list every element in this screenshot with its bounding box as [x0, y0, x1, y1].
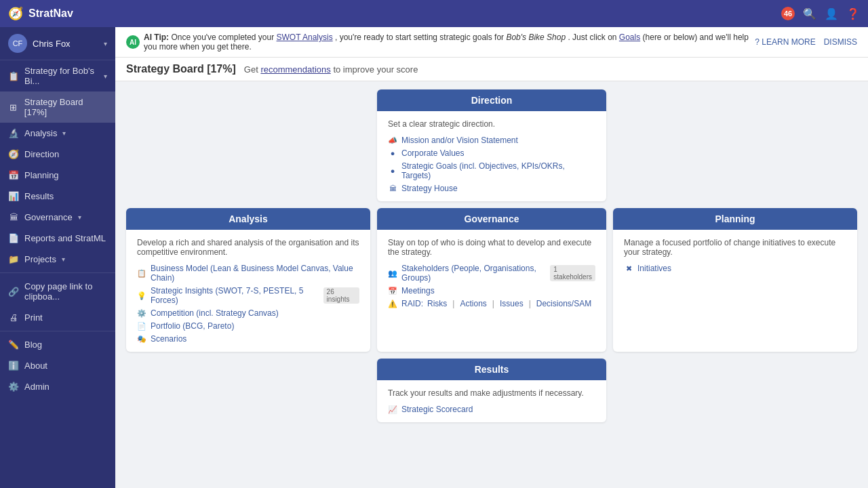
board-content: Direction Set a clear strategic directio…	[115, 81, 868, 488]
sidebar-item-label: Strategy Board [17%]	[24, 97, 107, 117]
business-model-link[interactable]: 📋 Business Model (Lean & Business Model …	[137, 264, 359, 283]
results-card-links: 📈 Strategic Scorecard	[388, 405, 595, 414]
sidebar-item-governance[interactable]: 🏛 Governance ▾	[0, 207, 115, 228]
scorecard-icon: 📈	[388, 405, 397, 414]
sidebar-divider	[0, 272, 115, 273]
get-text: Get	[244, 64, 258, 75]
ai-tip-before: Once you've completed your	[171, 33, 274, 42]
navbar-left: 🧭 StratNav	[8, 6, 73, 21]
strategy-board-grid: Direction Set a clear strategic directio…	[126, 89, 857, 422]
learn-more-link[interactable]: ? LEARN MORE	[755, 37, 815, 47]
chevron-down-icon: ▾	[62, 129, 66, 137]
sidebar-item-strategy-board[interactable]: ⊞ Strategy Board [17%]	[0, 92, 115, 123]
dot-icon: ●	[388, 149, 397, 157]
results-card-body: Track your results and make adjustments …	[377, 380, 606, 422]
planning-card-body: Manage a focused portfolio of change ini…	[613, 230, 857, 281]
sidebar-item-direction[interactable]: 🧭 Direction	[0, 144, 115, 165]
sidebar-item-label: Reports and StratML	[24, 233, 106, 243]
recommendations-link[interactable]: recommendations	[260, 64, 330, 75]
governance-icon: 🏛	[8, 212, 19, 222]
initiatives-link[interactable]: ✖ Initiatives	[624, 264, 846, 273]
meetings-link[interactable]: 📅 Meetings	[388, 286, 595, 296]
results-card: Results Track your results and make adju…	[377, 359, 606, 422]
analysis-card-links: 📋 Business Model (Lean & Business Model …	[137, 264, 359, 344]
about-icon: ℹ️	[8, 361, 19, 371]
governance-card-links: 👥 Stakeholders (People, Organisations, G…	[388, 264, 595, 308]
sidebar-item-strategy[interactable]: 📋 Strategy for Bob's Bi... ▾	[0, 60, 115, 92]
top-navbar: 🧭 StratNav 46 🔍 👤 ❓	[0, 0, 868, 27]
sidebar-item-label: Governance	[24, 212, 73, 222]
sidebar-item-blog[interactable]: ✏️ Blog	[0, 334, 115, 355]
sidebar-item-label: Blog	[24, 340, 42, 350]
competition-icon: ⚙️	[137, 309, 146, 318]
sidebar-item-label: Strategy for Bob's Bi...	[24, 66, 98, 86]
planning-card-links: ✖ Initiatives	[624, 264, 846, 273]
avatar: CF	[8, 34, 27, 53]
user-icon[interactable]: 👤	[825, 7, 838, 20]
sidebar-item-label: Analysis	[24, 128, 57, 138]
direction-card-subtitle: Set a clear strategic direction.	[388, 119, 595, 129]
sidebar-user[interactable]: CF Chris Fox ▾	[0, 27, 115, 60]
governance-card: Governance Stay on top of who is doing w…	[377, 208, 606, 352]
help-icon[interactable]: ❓	[846, 7, 860, 20]
direction-card-header: Direction	[377, 89, 606, 111]
stakeholders-link[interactable]: 👥 Stakeholders (People, Organisations, G…	[388, 264, 595, 283]
sidebar-item-copy-link[interactable]: 🔗 Copy page link to clipboa...	[0, 276, 115, 307]
dismiss-link[interactable]: DISMISS	[824, 37, 857, 47]
chevron-down-icon: ▾	[78, 214, 81, 221]
goals-link[interactable]: Goals	[619, 33, 640, 42]
mission-vision-link[interactable]: 📣 Mission and/or Vision Statement	[388, 136, 595, 145]
strategic-goals-link[interactable]: ● Strategic Goals (incl. Objectives, KPI…	[388, 161, 595, 180]
competition-link[interactable]: ⚙️ Competition (incl. Strategy Canvas)	[137, 308, 359, 318]
meetings-icon: 📅	[388, 287, 397, 296]
raid-link[interactable]: ⚠️ RAID: Risks | Actions | Issues | Deci…	[388, 299, 595, 308]
score-text: Get recommendations to improve your scor…	[244, 64, 418, 75]
scenarios-link[interactable]: 🎭 Scenarios	[137, 334, 359, 344]
results-card-header: Results	[377, 359, 606, 380]
navbar-right: 46 🔍 👤 ❓	[781, 7, 860, 20]
initiatives-icon: ✖	[624, 264, 633, 273]
ai-tip-bar: AI AI Tip: Once you've completed your SW…	[115, 27, 868, 58]
insights-badge: 26 insights	[323, 287, 359, 304]
portfolio-icon: 📄	[137, 322, 146, 331]
sidebar-item-reports[interactable]: 📄 Reports and StratML	[0, 228, 115, 249]
sidebar-item-projects[interactable]: 📁 Projects ▾	[0, 249, 115, 270]
sidebar-item-label: Projects	[24, 254, 56, 264]
chevron-down-icon: ▾	[104, 73, 107, 80]
planning-icon: 📅	[8, 170, 19, 180]
analysis-icon: 🔬	[8, 128, 19, 138]
chevron-down-icon: ▾	[104, 40, 107, 47]
search-icon[interactable]: 🔍	[803, 7, 816, 20]
sidebar-item-about[interactable]: ℹ️ About	[0, 355, 115, 376]
sidebar-item-results[interactable]: 📊 Results	[0, 186, 115, 207]
strategy-icon: 📋	[8, 71, 19, 81]
sidebar-item-planning[interactable]: 📅 Planning	[0, 165, 115, 186]
sidebar: CF Chris Fox ▾ 📋 Strategy for Bob's Bi..…	[0, 27, 115, 488]
direction-card: Direction Set a clear strategic directio…	[377, 89, 606, 201]
insight-icon: 💡	[137, 291, 146, 300]
strategic-insights-link[interactable]: 💡 Strategic Insights (SWOT, 7-S, PESTEL,…	[137, 286, 359, 305]
sidebar-item-analysis[interactable]: 🔬 Analysis ▾	[0, 123, 115, 144]
company-name: Bob's Bike Shop	[506, 33, 566, 42]
analysis-card-subtitle: Develop a rich and shared analysis of th…	[137, 238, 359, 257]
strategy-house-link[interactable]: 🏛 Strategy House	[388, 184, 595, 193]
results-card-subtitle: Track your results and make adjustments …	[388, 388, 595, 398]
swot-analysis-link[interactable]: SWOT Analysis	[277, 33, 333, 42]
print-icon: 🖨	[8, 312, 19, 323]
sidebar-item-admin[interactable]: ⚙️ Admin	[0, 376, 115, 397]
chevron-down-icon: ▾	[62, 256, 65, 263]
portfolio-link[interactable]: 📄 Portfolio (BCG, Pareto)	[137, 321, 359, 331]
sidebar-item-print[interactable]: 🖨 Print	[0, 307, 115, 328]
stakeholders-icon: 👥	[388, 269, 397, 278]
corporate-values-link[interactable]: ● Corporate Values	[388, 148, 595, 158]
governance-card-header: Governance	[377, 208, 606, 230]
reports-icon: 📄	[8, 233, 19, 243]
direction-icon: 🧭	[8, 149, 19, 159]
notification-badge[interactable]: 46	[781, 7, 795, 20]
strategic-scorecard-link[interactable]: 📈 Strategic Scorecard	[388, 405, 595, 414]
sidebar-item-label: Admin	[24, 382, 50, 392]
results-icon: 📊	[8, 191, 19, 201]
projects-icon: 📁	[8, 254, 19, 264]
sidebar-divider	[0, 331, 115, 331]
page-title: Strategy Board [17%]	[126, 63, 236, 75]
